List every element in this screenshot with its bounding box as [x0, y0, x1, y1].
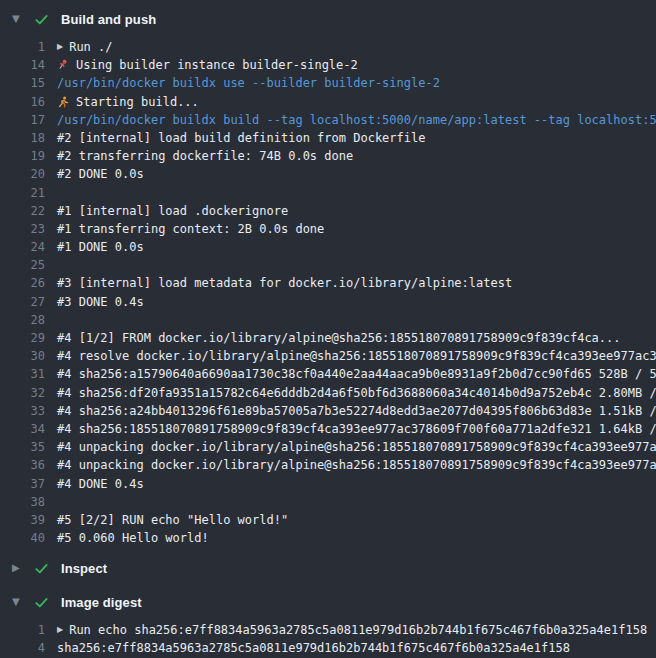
pushpin-icon	[57, 59, 69, 71]
line-content: #4 sha256:df20fa9351a15782c64e6dddb2d4a6…	[57, 384, 656, 402]
log-line: 31 #4 sha256:a15790640a6690aa1730c38cf0a…	[0, 365, 656, 383]
log-line: 38	[0, 493, 656, 511]
line-number[interactable]: 36	[0, 456, 45, 474]
line-text: #3 [internal] load metadata for docker.i…	[57, 274, 512, 292]
log-line: 33 #4 sha256:a24bb4013296f61e89ba57005a7…	[0, 402, 656, 420]
section-header[interactable]: ▶ Inspect	[0, 555, 656, 581]
log-section-inspect: ▶ Inspect	[0, 555, 656, 581]
line-content: #2 [internal] load build definition from…	[57, 129, 425, 147]
line-content: #4 sha256:a15790640a6690aa1730c38cf0a440…	[57, 365, 656, 383]
line-content: #3 DONE 0.4s	[57, 293, 144, 311]
line-content: /usr/bin/docker buildx build --tag local…	[57, 111, 656, 129]
line-text: #3 DONE 0.4s	[57, 293, 144, 311]
log-line: 15 /usr/bin/docker buildx use --builder …	[0, 74, 656, 92]
line-number[interactable]: 15	[0, 74, 45, 92]
log-line: 40 #5 0.060 Hello world!	[0, 529, 656, 547]
chevron-right-icon[interactable]: ▶	[12, 563, 34, 573]
line-number[interactable]: 30	[0, 347, 45, 365]
check-icon	[34, 561, 49, 576]
section-header[interactable]: ▼ Image digest	[0, 589, 656, 615]
line-number[interactable]: 39	[0, 511, 45, 529]
line-text: /usr/bin/docker buildx build --tag local…	[57, 111, 656, 129]
line-text: #2 [internal] load build definition from…	[57, 129, 425, 147]
log-line: 26 #3 [internal] load metadata for docke…	[0, 274, 656, 292]
section-title: Image digest	[61, 595, 142, 610]
line-text: #4 sha256:a15790640a6690aa1730c38cf0a440…	[57, 365, 656, 383]
line-content: #1 [internal] load .dockerignore	[57, 202, 288, 220]
line-text: Run ./	[69, 38, 112, 56]
log-section-image-digest: ▼ Image digest 1 ▶Run echo sha256:e7ff88…	[0, 589, 656, 657]
line-number[interactable]: 37	[0, 475, 45, 493]
line-number[interactable]: 22	[0, 202, 45, 220]
line-number[interactable]: 16	[0, 93, 45, 111]
line-text: #4 DONE 0.4s	[57, 475, 144, 493]
line-number[interactable]: 17	[0, 111, 45, 129]
log-line: 19 #2 transferring dockerfile: 74B 0.0s …	[0, 147, 656, 165]
line-number[interactable]: 35	[0, 438, 45, 456]
log-line: 34 #4 sha256:185518070891758909c9f839cf4…	[0, 420, 656, 438]
line-text: #4 unpacking docker.io/library/alpine@sh…	[57, 438, 656, 456]
line-text: #4 unpacking docker.io/library/alpine@sh…	[57, 456, 656, 474]
line-number[interactable]: 26	[0, 274, 45, 292]
line-number[interactable]: 21	[0, 184, 45, 202]
expand-arrow-icon[interactable]: ▶	[57, 38, 63, 56]
log-line: 29 #4 [1/2] FROM docker.io/library/alpin…	[0, 329, 656, 347]
line-number[interactable]: 14	[0, 56, 45, 74]
line-number[interactable]: 23	[0, 220, 45, 238]
section-title: Inspect	[61, 561, 107, 576]
line-number[interactable]: 31	[0, 365, 45, 383]
line-text: #5 [2/2] RUN echo "Hello world!"	[57, 511, 288, 529]
log-line: 20 #2 DONE 0.0s	[0, 165, 656, 183]
line-content: #5 0.060 Hello world!	[57, 529, 209, 547]
line-text: Run echo sha256:e7ff8834a5963a2785c5a081…	[69, 621, 647, 639]
log-line[interactable]: 1 ▶Run ./	[0, 38, 656, 56]
line-number[interactable]: 18	[0, 129, 45, 147]
line-content: ▶Run ./	[57, 38, 113, 56]
log-line[interactable]: 1 ▶Run echo sha256:e7ff8834a5963a2785c5a…	[0, 621, 656, 639]
line-number[interactable]: 38	[0, 493, 45, 511]
line-content: Starting build...	[57, 93, 199, 111]
log-line: 24 #1 DONE 0.0s	[0, 238, 656, 256]
line-content: #1 transferring context: 2B 0.0s done	[57, 220, 324, 238]
line-text: Using builder instance builder-single-2	[76, 56, 358, 74]
log-line: 14 Using builder instance builder-single…	[0, 56, 656, 74]
line-number[interactable]: 33	[0, 402, 45, 420]
line-number[interactable]: 28	[0, 311, 45, 329]
line-text: #5 0.060 Hello world!	[57, 529, 209, 547]
log-line: 30 #4 resolve docker.io/library/alpine@s…	[0, 347, 656, 365]
expand-arrow-icon[interactable]: ▶	[57, 621, 63, 639]
line-content: #2 DONE 0.0s	[57, 165, 144, 183]
log-line: 35 #4 unpacking docker.io/library/alpine…	[0, 438, 656, 456]
line-text: #4 resolve docker.io/library/alpine@sha2…	[57, 347, 656, 365]
line-text: #1 DONE 0.0s	[57, 238, 144, 256]
section-lines: 1 ▶Run echo sha256:e7ff8834a5963a2785c5a…	[0, 615, 656, 657]
line-number[interactable]: 29	[0, 329, 45, 347]
line-number[interactable]: 1	[0, 38, 45, 56]
log-line: 27 #3 DONE 0.4s	[0, 293, 656, 311]
section-title: Build and push	[61, 12, 156, 27]
line-number[interactable]: 4	[0, 639, 45, 657]
section-lines: 1 ▶Run ./ 14 Using builder instance buil…	[0, 32, 656, 547]
line-number[interactable]: 19	[0, 147, 45, 165]
runner-icon	[57, 96, 69, 108]
line-number[interactable]: 20	[0, 165, 45, 183]
line-text: #4 sha256:df20fa9351a15782c64e6dddb2d4a6…	[57, 384, 656, 402]
line-number[interactable]: 40	[0, 529, 45, 547]
log-line: 17 /usr/bin/docker buildx build --tag lo…	[0, 111, 656, 129]
line-number[interactable]: 34	[0, 420, 45, 438]
log-line: 18 #2 [internal] load build definition f…	[0, 129, 656, 147]
check-icon	[34, 595, 49, 610]
line-number[interactable]: 25	[0, 256, 45, 274]
section-header[interactable]: ▼ Build and push	[0, 6, 656, 32]
line-number[interactable]: 27	[0, 293, 45, 311]
line-number[interactable]: 24	[0, 238, 45, 256]
line-text: /usr/bin/docker buildx use --builder bui…	[57, 74, 440, 92]
log-line: 39 #5 [2/2] RUN echo "Hello world!"	[0, 511, 656, 529]
chevron-down-icon[interactable]: ▼	[12, 597, 34, 607]
line-number[interactable]: 1	[0, 621, 45, 639]
line-number[interactable]: 32	[0, 384, 45, 402]
chevron-down-icon[interactable]: ▼	[12, 14, 34, 24]
line-content: #1 DONE 0.0s	[57, 238, 144, 256]
line-content: /usr/bin/docker buildx use --builder bui…	[57, 74, 440, 92]
log-line: 23 #1 transferring context: 2B 0.0s done	[0, 220, 656, 238]
